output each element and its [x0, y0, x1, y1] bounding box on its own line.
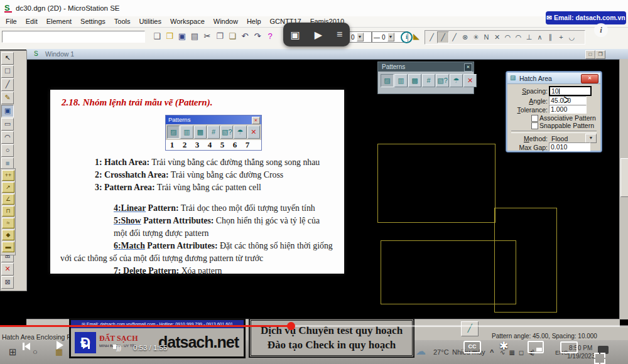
- tool-icon[interactable]: ▭: [1, 118, 14, 131]
- settings-gear-icon[interactable]: ✱: [499, 340, 508, 353]
- undo-icon[interactable]: ↶: [239, 31, 251, 42]
- scrollbar-thumb[interactable]: [620, 158, 628, 197]
- copy-icon[interactable]: ❐: [214, 31, 226, 42]
- tool-icon[interactable]: ☐: [1, 65, 14, 78]
- help-icon[interactable]: ?: [264, 31, 276, 42]
- video-scrubber[interactable]: [287, 322, 295, 330]
- captions-button[interactable]: CC: [463, 341, 481, 353]
- dialog-titlebar[interactable]: ▨ Hatch Area ✕: [507, 73, 600, 84]
- crosshatch-area-icon[interactable]: ▥: [394, 74, 408, 87]
- cut-icon[interactable]: ✂: [201, 31, 214, 42]
- maxgap-input[interactable]: 0.010: [549, 142, 590, 151]
- method-value[interactable]: Flood: [551, 135, 568, 142]
- miniplayer-button[interactable]: [528, 341, 544, 353]
- snap-mode-icon[interactable]: ◠: [513, 32, 524, 43]
- match-pattern-attributes-icon[interactable]: ☂: [450, 74, 463, 87]
- new-file-icon[interactable]: ❑: [151, 31, 163, 42]
- snap-mode-icon[interactable]: N: [481, 32, 492, 43]
- clock-date[interactable]: 1/19/2023: [567, 353, 595, 360]
- tool-icon[interactable]: ↖: [1, 52, 14, 65]
- record-video-icon[interactable]: ▶: [315, 29, 322, 41]
- measure-tool-icon[interactable]: ▬: [2, 242, 14, 252]
- snap-mode-icon[interactable]: ∧: [534, 32, 545, 43]
- method-dropdown-button[interactable]: ▼: [585, 134, 597, 143]
- tool-icon[interactable]: ▣: [1, 105, 14, 117]
- patterns-toolbox-titlebar[interactable]: Patterns: [378, 62, 474, 72]
- previous-video-button[interactable]: [23, 343, 30, 350]
- menu-item[interactable]: Help: [242, 16, 266, 27]
- search-icon[interactable]: ○: [33, 347, 38, 356]
- active-depth-icon[interactable]: ◣: [413, 31, 420, 41]
- vertical-scrollbar[interactable]: [619, 59, 628, 319]
- snap-mode-icon[interactable]: ╱: [449, 32, 460, 43]
- snap-mode-icon[interactable]: +: [556, 32, 566, 43]
- measure-tool-icon[interactable]: ≈: [2, 218, 14, 228]
- play-button[interactable]: [57, 341, 63, 350]
- measure-tool-icon[interactable]: ◆: [2, 230, 14, 240]
- tool-icon[interactable]: ◠: [1, 131, 14, 144]
- show-pattern-attributes-icon[interactable]: ▧?: [436, 74, 449, 87]
- menu-item[interactable]: File: [1, 16, 21, 27]
- level-dropdown[interactable]: 0 ▼: [349, 31, 372, 43]
- linear-pattern-icon[interactable]: #: [422, 74, 435, 87]
- close-button[interactable]: ✕: [581, 74, 598, 83]
- drawing-rectangle[interactable]: [494, 208, 557, 313]
- snap-mode-icon[interactable]: ◡: [566, 32, 577, 43]
- paste-icon[interactable]: ❏: [226, 31, 239, 42]
- measure-tool-icon[interactable]: ↗: [2, 182, 14, 193]
- measure-tool-icon[interactable]: ⊓: [2, 206, 14, 217]
- snap-mode-icon[interactable]: ⊗: [460, 32, 470, 43]
- start-button-icon[interactable]: ⊞: [9, 346, 17, 358]
- drawing-rectangle[interactable]: [377, 144, 495, 223]
- menu-item[interactable]: Utilities: [135, 16, 166, 27]
- open-file-icon[interactable]: ❒: [163, 31, 176, 42]
- tool-icon[interactable]: ✕: [1, 263, 14, 276]
- next-video-button[interactable]: [83, 343, 90, 350]
- notes-icon[interactable]: ≡: [337, 29, 342, 40]
- menu-item[interactable]: Tools: [110, 16, 135, 27]
- tray-expand-icon[interactable]: ^: [490, 348, 494, 356]
- menu-item[interactable]: Settings: [76, 16, 110, 27]
- associative-pattern-checkbox[interactable]: [531, 115, 538, 122]
- save-icon[interactable]: ▣: [176, 31, 188, 42]
- tray-icon[interactable]: ▦: [509, 349, 514, 356]
- keyin-field[interactable]: [2, 31, 145, 43]
- chevron-down-icon[interactable]: ▼: [387, 33, 394, 41]
- tool-icon[interactable]: ⊠: [1, 276, 14, 289]
- screen-capture-icon[interactable]: ▣: [291, 29, 300, 41]
- menu-item[interactable]: Window: [209, 16, 242, 27]
- measure-tool-icon[interactable]: ++: [2, 170, 14, 181]
- tolerance-input[interactable]: 1.000: [549, 105, 587, 114]
- weather-icon[interactable]: ☁: [416, 345, 426, 357]
- weather-temp[interactable]: 27°C: [433, 348, 449, 356]
- restore-button[interactable]: ❐: [595, 50, 605, 59]
- tool-icon[interactable]: ╱: [1, 78, 14, 91]
- delete-pattern-icon[interactable]: ✕: [463, 74, 477, 87]
- close-icon[interactable]: ✕: [464, 63, 472, 72]
- spacing-input[interactable]: 10: [549, 86, 592, 96]
- fullscreen-button[interactable]: [594, 353, 605, 364]
- redo-icon[interactable]: ↷: [251, 31, 264, 42]
- snappable-pattern-checkbox[interactable]: [531, 122, 538, 129]
- menu-item[interactable]: Element: [42, 16, 76, 27]
- menu-item[interactable]: Workspace: [166, 16, 209, 27]
- hatch-area-icon[interactable]: ▨: [381, 74, 394, 87]
- measure-tool-icon[interactable]: ∠: [2, 194, 14, 205]
- tool-icon[interactable]: ✎: [1, 92, 14, 104]
- snap-mode-icon[interactable]: ✕: [492, 32, 502, 43]
- element-info-icon[interactable]: i: [401, 31, 413, 43]
- chevron-down-icon[interactable]: ▼: [357, 33, 364, 41]
- snap-mode-icon[interactable]: ⊥: [524, 32, 534, 43]
- theater-mode-button[interactable]: [560, 341, 578, 353]
- snap-mode-icon[interactable]: ╱: [426, 32, 437, 43]
- print-icon[interactable]: ▤: [188, 31, 201, 42]
- snap-mode-icon[interactable]: ◠: [502, 32, 513, 43]
- snap-mode-icon[interactable]: ∥: [545, 32, 556, 43]
- minimize-button[interactable]: □: [585, 50, 595, 59]
- video-info-icon[interactable]: i: [594, 23, 608, 37]
- snap-mode-icon[interactable]: ✳: [470, 32, 481, 43]
- pattern-area-icon[interactable]: ▩: [408, 74, 421, 87]
- volume-icon[interactable]: ))): [113, 344, 121, 351]
- menu-item[interactable]: Edit: [21, 16, 42, 27]
- window1-titlebar[interactable]: S Window 1 □ ❐: [26, 49, 628, 60]
